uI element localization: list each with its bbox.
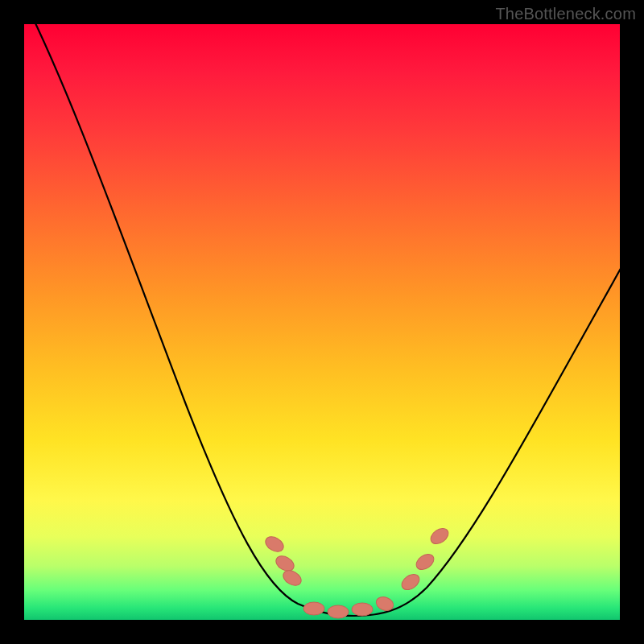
marker-5 [352, 603, 373, 616]
plot-area [24, 24, 620, 620]
marker-1 [274, 553, 297, 574]
markers-group [263, 526, 452, 618]
marker-2 [281, 568, 304, 588]
marker-4 [328, 605, 349, 618]
bottleneck-curve [24, 0, 640, 616]
watermark-text: TheBottleneck.com [495, 5, 636, 23]
marker-3 [303, 602, 324, 615]
marker-8 [414, 551, 437, 573]
marker-7 [399, 572, 423, 593]
marker-9 [428, 526, 452, 547]
chart-frame: TheBottleneck.com [0, 0, 644, 644]
marker-0 [263, 534, 287, 555]
curve-svg [24, 24, 620, 620]
